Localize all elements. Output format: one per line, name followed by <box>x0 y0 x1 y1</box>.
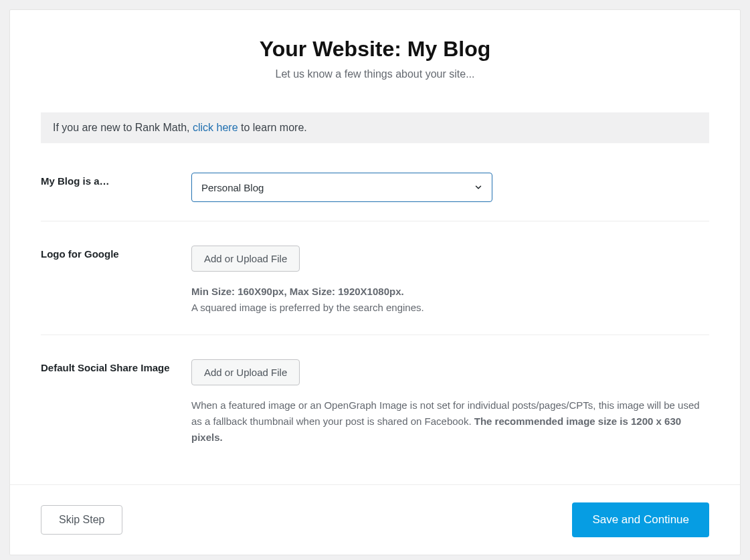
infobox-prefix: If you are new to Rank Math, <box>53 122 193 133</box>
wizard-header: Your Website: My Blog Let us know a few … <box>41 37 709 80</box>
page-title: Your Website: My Blog <box>41 37 709 62</box>
logo-label: Logo for Google <box>41 246 191 316</box>
infobox-suffix: to learn more. <box>238 122 307 133</box>
site-type-select[interactable]: Personal Blog <box>191 173 492 202</box>
wizard-card: Your Website: My Blog Let us know a few … <box>9 9 741 555</box>
social-label: Default Social Share Image <box>41 359 191 446</box>
social-row: Default Social Share Image Add or Upload… <box>41 354 709 451</box>
card-footer: Skip Step Save and Continue <box>10 484 740 555</box>
site-type-label: My Blog is a… <box>41 173 191 202</box>
infobox-link[interactable]: click here <box>193 122 238 133</box>
site-type-select-wrap: Personal Blog <box>191 173 492 202</box>
social-control: Add or Upload File When a featured image… <box>191 359 709 446</box>
logo-help-text: A squared image is preferred by the sear… <box>191 300 709 316</box>
social-upload-button[interactable]: Add or Upload File <box>191 359 300 385</box>
site-type-row: My Blog is a… Personal Blog <box>41 167 709 221</box>
save-continue-button[interactable]: Save and Continue <box>572 502 709 537</box>
logo-size-constraints: Min Size: 160X90px, Max Size: 1920X1080p… <box>191 284 709 300</box>
social-helper: When a featured image or an OpenGraph Im… <box>191 397 709 446</box>
site-type-control: Personal Blog <box>191 173 709 202</box>
page-subtitle: Let us know a few things about your site… <box>41 68 709 80</box>
card-body: Your Website: My Blog Let us know a few … <box>10 10 740 484</box>
skip-step-button[interactable]: Skip Step <box>41 505 122 535</box>
logo-upload-button[interactable]: Add or Upload File <box>191 246 300 272</box>
logo-control: Add or Upload File Min Size: 160X90px, M… <box>191 246 709 316</box>
info-box: If you are new to Rank Math, click here … <box>41 112 709 143</box>
logo-helper: Min Size: 160X90px, Max Size: 1920X1080p… <box>191 284 709 316</box>
logo-row: Logo for Google Add or Upload File Min S… <box>41 240 709 335</box>
